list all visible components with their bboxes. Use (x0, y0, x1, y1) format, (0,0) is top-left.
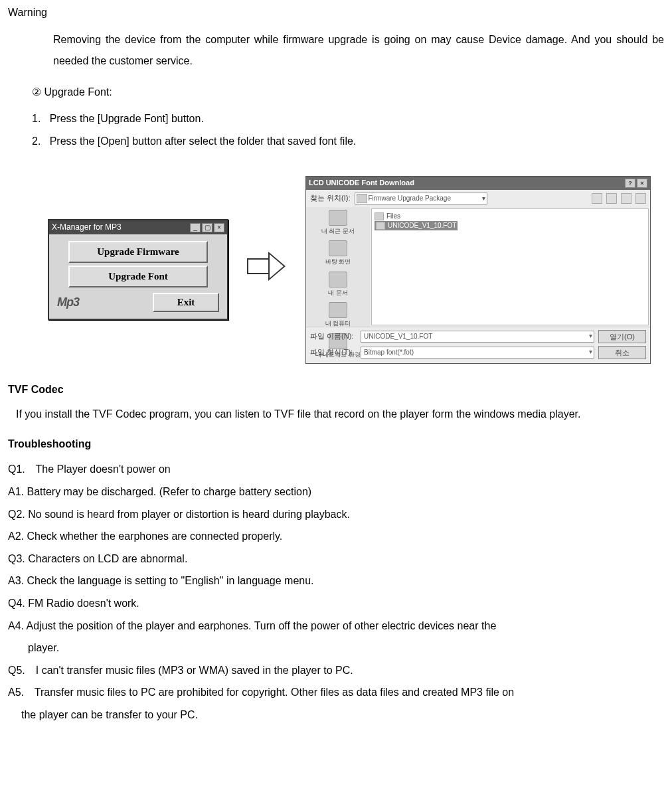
close-button[interactable]: × (214, 223, 224, 232)
arrow-right-icon (247, 248, 287, 285)
troubleshooting-heading: Troubleshooting (8, 437, 664, 451)
cancel-button[interactable]: 취소 (598, 346, 646, 359)
places-sidebar: 내 최근 문서 바탕 화면 내 문서 내 컴퓨터 내 네트워크 환경 (306, 207, 370, 327)
sidebar-item-computer[interactable]: 내 컴퓨터 (325, 302, 351, 328)
computer-icon (329, 302, 347, 318)
help-button[interactable]: ? (625, 179, 635, 188)
figures-row: X-Manager for MP3 _ ▢ × Upgrade Firmware… (48, 176, 664, 363)
circled-marker: ② (32, 86, 41, 98)
filename-label: 파일 이름(N): (310, 331, 357, 341)
a1: A1. Battery may be discharged. (Refer to… (8, 481, 664, 503)
documents-icon (329, 272, 347, 287)
file-dialog-title: LCD UNICODE Font Download (309, 178, 414, 188)
step-1: 1. Press the [Upgrade Font] button. (32, 108, 664, 130)
xmanager-footer: Mp3 Exit (53, 293, 223, 315)
upgrade-font-button[interactable]: Upgrade Font (68, 266, 208, 287)
a4-line2: player. (28, 637, 664, 659)
filename-input[interactable]: UNICODE_V1_10.FOT (361, 331, 594, 343)
upgrade-font-label: Upgrade Font: (44, 86, 112, 98)
filetype-label: 파일 형식(T): (310, 347, 357, 357)
sidebar-label: 내 문서 (328, 289, 348, 297)
sidebar-item-recent[interactable]: 내 최근 문서 (321, 210, 355, 236)
a5-line1: A5. Transfer music files to PC are prohi… (8, 681, 664, 704)
back-icon[interactable] (592, 193, 602, 204)
exit-button[interactable]: Exit (153, 293, 219, 312)
q3: Q3. Characters on LCD are abnormal. (8, 548, 664, 570)
upgrade-firmware-button[interactable]: Upgrade Firmware (68, 241, 208, 263)
newfolder-icon[interactable] (621, 193, 631, 204)
q4: Q4. FM Radio doesn't work. (8, 592, 664, 615)
upgrade-font-heading: ② Upgrade Font: (32, 81, 664, 104)
warning-text: Removing the device from the computer wh… (53, 29, 664, 72)
step-2: 2. Press the [Open] button after select … (32, 130, 664, 153)
lookin-combo[interactable]: Firmware Upgrade Package (355, 193, 487, 204)
xmanager-body: Upgrade Firmware Upgrade Font Mp3 Exit (49, 234, 227, 319)
sidebar-item-documents[interactable]: 내 문서 (328, 272, 348, 297)
file-dialog-window: LCD UNICODE Font Download ? × 찾는 위치(I): … (305, 176, 651, 363)
list-item-selected[interactable]: UNICODE_V1_10.FOT (375, 221, 458, 230)
folder-icon (375, 212, 384, 220)
lookin-label: 찾는 위치(I): (310, 193, 351, 203)
desktop-icon (329, 240, 347, 256)
sidebar-label: 내 컴퓨터 (325, 319, 351, 328)
a5-line2: the player can be transfer to your PC. (21, 704, 664, 726)
a2: A2. Check whether the earphones are conn… (8, 525, 664, 548)
views-icon[interactable] (635, 193, 646, 204)
troubleshooting-list: Q1. The Player doesn't power on A1. Batt… (8, 458, 664, 726)
tvf-codec-text: If you install the TVF Codec program, yo… (16, 404, 664, 425)
warning-heading: Warning (8, 5, 664, 20)
filetype-combo[interactable]: Bitmap font(*.fot) (361, 347, 594, 359)
window-controls: _ ▢ × (190, 223, 224, 232)
step2-num: 2. (32, 135, 41, 147)
recent-icon (329, 210, 347, 226)
file-dialog-titlebar: LCD UNICODE Font Download ? × (306, 177, 650, 189)
q1: Q1. The Player doesn't power on (8, 458, 664, 481)
mp3-logo: Mp3 (57, 294, 79, 311)
tvf-codec-heading: TVF Codec (8, 382, 664, 397)
sidebar-item-desktop[interactable]: 바탕 화면 (325, 240, 351, 266)
xmanager-titlebar: X-Manager for MP3 _ ▢ × (49, 220, 227, 234)
q2: Q2. No sound is heard from player or dis… (8, 503, 664, 526)
sidebar-label: 바탕 화면 (325, 258, 351, 266)
q5: Q5. I can't transfer music files (MP3 or… (8, 659, 664, 682)
list-item-folder[interactable]: Files (375, 212, 645, 221)
folder-name: Files (386, 212, 400, 221)
file-dialog-main: 내 최근 문서 바탕 화면 내 문서 내 컴퓨터 내 네트워크 환경 Files… (306, 207, 650, 327)
maximize-button[interactable]: ▢ (202, 223, 212, 232)
file-dialog-toolbar: 찾는 위치(I): Firmware Upgrade Package (306, 190, 650, 207)
sidebar-label: 내 최근 문서 (321, 227, 355, 236)
up-icon[interactable] (606, 193, 617, 204)
step2-text: Press the [Open] button after select the… (50, 135, 357, 147)
selected-file-name: UNICODE_V1_10.FOT (388, 221, 456, 230)
close-button[interactable]: × (637, 179, 647, 188)
step1-text: Press the [Upgrade Font] button. (50, 113, 204, 124)
file-icon (376, 222, 385, 230)
minimize-button[interactable]: _ (190, 223, 201, 232)
a4-line1: A4. Adjust the position of the player an… (8, 615, 664, 637)
open-button[interactable]: 열기(O) (598, 330, 646, 343)
xmanager-title: X-Manager for MP3 (52, 222, 122, 233)
a3: A3. Check the language is setting to "En… (8, 570, 664, 592)
file-list[interactable]: Files UNICODE_V1_10.FOT (371, 208, 649, 325)
xmanager-window: X-Manager for MP3 _ ▢ × Upgrade Firmware… (48, 219, 228, 320)
step1-num: 1. (32, 113, 41, 124)
